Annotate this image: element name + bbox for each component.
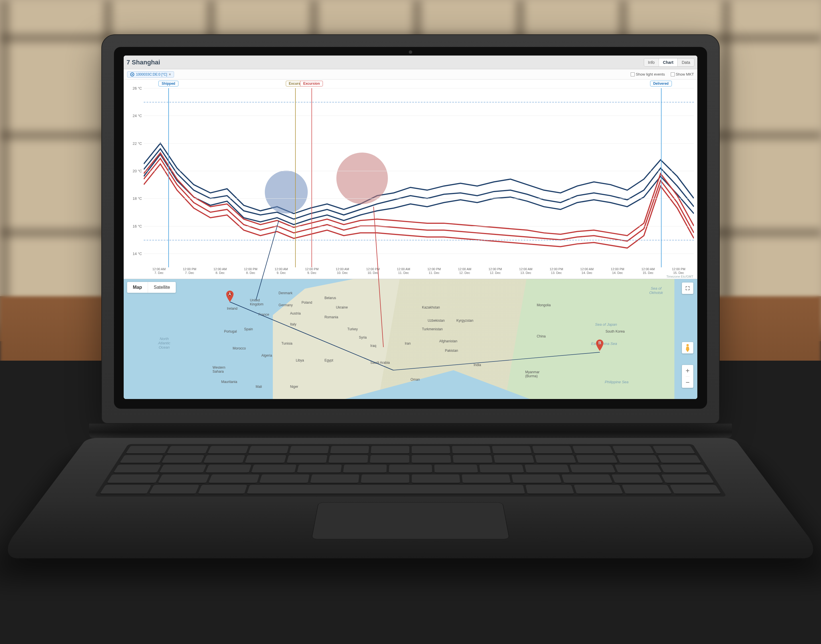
map-type-toggle: Map Satellite xyxy=(127,282,176,293)
y-tick: 26 °C xyxy=(132,86,142,90)
zoom-controls: + − xyxy=(682,365,693,388)
page-title: 7 Shanghai xyxy=(127,59,160,66)
excursion-highlight-red xyxy=(336,153,388,204)
event-line-excursion2 xyxy=(312,88,312,267)
event-line-delivered xyxy=(661,88,661,267)
tab-data[interactable]: Data xyxy=(678,58,694,66)
x-tick: 12:00 AM10. Dec xyxy=(327,267,358,279)
map-type-satellite[interactable]: Satellite xyxy=(148,282,176,293)
timezone-note: Timezone Etc/GMT xyxy=(666,275,693,278)
tab-info[interactable]: Info xyxy=(644,58,659,66)
map-marker-b[interactable]: B xyxy=(596,339,604,351)
x-tick: 12:00 PM10. Dec xyxy=(358,267,388,279)
event-flag-excursion2[interactable]: Excursion xyxy=(300,81,323,86)
route-polyline xyxy=(124,279,697,399)
event-flag-delivered[interactable]: Delivered xyxy=(650,81,672,86)
x-tick: 12:00 PM8. Dec xyxy=(235,267,266,279)
event-flag-shipped[interactable]: Shipped xyxy=(159,81,178,86)
svg-point-0 xyxy=(686,344,689,347)
sensor-chip-label: 1000033C:DE:0 [°C] xyxy=(136,72,167,77)
pegman-icon xyxy=(684,343,691,352)
line-series xyxy=(144,88,694,267)
x-tick: 12:00 PM14. Dec xyxy=(602,267,633,279)
y-tick: 24 °C xyxy=(132,113,142,118)
y-tick: 14 °C xyxy=(132,251,142,256)
checkbox-show-mkt[interactable]: Show MKT xyxy=(671,72,694,77)
streetview-pegman[interactable] xyxy=(682,342,693,354)
y-axis: 14 °C16 °C18 °C20 °C22 °C24 °C26 °C xyxy=(124,88,144,267)
fullscreen-button[interactable] xyxy=(682,282,693,294)
webcam xyxy=(409,51,412,54)
map-type-map[interactable]: Map xyxy=(127,282,148,293)
x-tick: 12:00 AM12. Dec xyxy=(450,267,480,279)
event-line-excursion1 xyxy=(295,88,296,267)
x-tick: 12:00 PM11. Dec xyxy=(419,267,450,279)
y-tick: 18 °C xyxy=(132,196,142,201)
checkbox-light-events[interactable]: Show light events xyxy=(631,72,665,77)
x-tick: 12:00 AM7. Dec xyxy=(144,267,174,279)
x-tick: 12:00 PM12. Dec xyxy=(480,267,511,279)
laptop-mockup: 7 Shanghai Info Chart Data 1000033 xyxy=(101,34,720,615)
plot-area[interactable]: ShippedExcursiExcursionDelivered xyxy=(144,88,694,267)
app-window: 7 Shanghai Info Chart Data 1000033 xyxy=(124,55,697,399)
x-tick: 12:00 AM9. Dec xyxy=(266,267,296,279)
eye-icon xyxy=(130,72,134,77)
event-line-shipped xyxy=(168,88,169,267)
y-tick: 20 °C xyxy=(132,169,142,173)
fullscreen-icon xyxy=(685,285,691,291)
x-tick: 12:00 AM11. Dec xyxy=(388,267,419,279)
x-tick: 12:00 PM9. Dec xyxy=(296,267,327,279)
chip-close-icon[interactable]: × xyxy=(169,72,171,77)
laptop-keyboard xyxy=(94,444,727,497)
y-tick: 16 °C xyxy=(132,224,142,228)
view-tabs: Info Chart Data xyxy=(644,58,695,67)
chart-toolbar: 1000033C:DE:0 [°C] × Show light events xyxy=(124,69,697,80)
x-tick: 12:00 AM15. Dec xyxy=(633,267,664,279)
x-tick: 12:00 AM8. Dec xyxy=(205,267,236,279)
zoom-out-button[interactable]: − xyxy=(686,376,690,388)
laptop-trackpad xyxy=(312,503,509,539)
sensor-chip[interactable]: 1000033C:DE:0 [°C] × xyxy=(127,71,174,78)
x-tick: 12:00 PM13. Dec xyxy=(541,267,572,279)
x-axis: 12:00 AM7. Dec12:00 PM7. Dec12:00 AM8. D… xyxy=(144,267,694,279)
temperature-chart[interactable]: 14 °C16 °C18 °C20 °C22 °C24 °C26 °C Ship… xyxy=(124,80,697,279)
x-tick: 12:00 AM13. Dec xyxy=(510,267,541,279)
zoom-in-button[interactable]: + xyxy=(686,365,690,376)
x-tick: 12:00 AM14. Dec xyxy=(572,267,602,279)
map-marker-a[interactable]: A xyxy=(226,290,234,302)
x-tick: 12:00 PM7. Dec xyxy=(174,267,205,279)
titlebar: 7 Shanghai Info Chart Data xyxy=(124,55,697,69)
tab-chart[interactable]: Chart xyxy=(659,58,678,66)
map-pane[interactable]: Map Satellite + − xyxy=(124,279,697,399)
excursion-highlight-blue xyxy=(265,170,308,213)
y-tick: 22 °C xyxy=(132,141,142,146)
